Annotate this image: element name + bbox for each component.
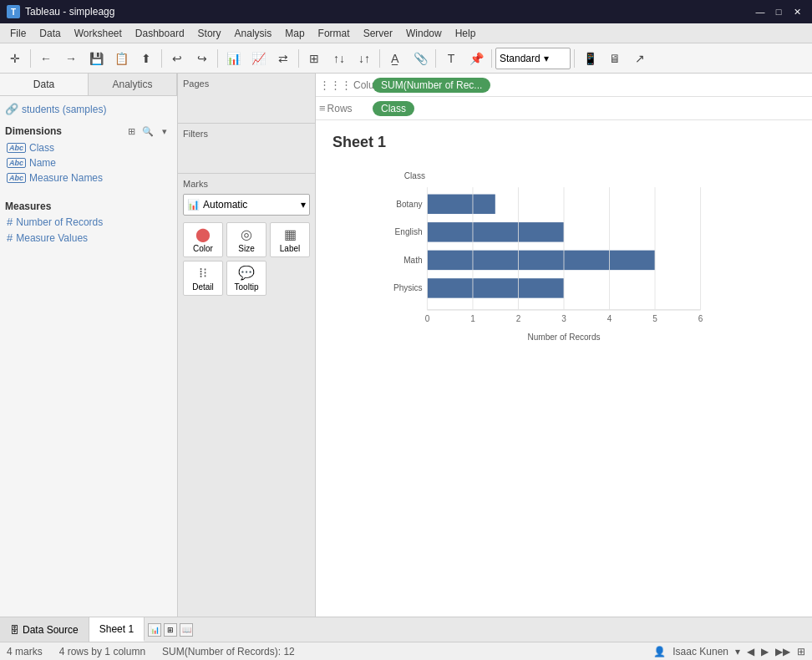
pages-shelf: Pages bbox=[178, 74, 315, 124]
nav-prev-icon[interactable]: ◀ bbox=[747, 646, 754, 657]
status-bar: 4 marks 4 rows by 1 column SUM(Number of… bbox=[0, 642, 812, 660]
user-icon: 👤 bbox=[653, 646, 666, 657]
toolbar-pin[interactable]: 📌 bbox=[464, 47, 488, 70]
menu-format[interactable]: Format bbox=[312, 26, 357, 41]
menu-dashboard[interactable]: Dashboard bbox=[129, 26, 191, 41]
dim-class[interactable]: Abc Class bbox=[3, 140, 174, 155]
app-icon: T bbox=[7, 5, 20, 18]
tooltip-label: Tooltip bbox=[235, 282, 259, 292]
tab-sheet1[interactable]: Sheet 1 bbox=[89, 617, 145, 642]
marks-detail-btn[interactable]: ⁞⁝ Detail bbox=[183, 261, 223, 296]
tick-4: 4 bbox=[607, 314, 612, 323]
bottom-tabs: 🗄 Data Source Sheet 1 📊 ⊞ 📖 bbox=[0, 617, 193, 642]
marks-size-btn[interactable]: ◎ Size bbox=[226, 222, 266, 257]
toolbar-publish[interactable]: ⬆ bbox=[134, 47, 158, 70]
menu-bar: File Data Worksheet Dashboard Story Anal… bbox=[0, 23, 812, 43]
maximize-button[interactable]: □ bbox=[770, 3, 787, 20]
dim-name[interactable]: Abc Name bbox=[3, 155, 174, 170]
hash-icon: # bbox=[7, 231, 13, 244]
close-button[interactable]: ✕ bbox=[789, 3, 805, 20]
columns-pill[interactable]: SUM(Number of Rec... bbox=[373, 78, 490, 93]
grid-view-icon[interactable]: ⊞ bbox=[797, 646, 805, 657]
toolbar-sep-2 bbox=[161, 49, 162, 68]
left-panel: Data Analytics 🔗 students (samples) Dime… bbox=[0, 74, 178, 617]
toolbar-view[interactable]: 📱 bbox=[578, 47, 601, 70]
rows-pill[interactable]: Class bbox=[373, 101, 414, 116]
add-story-icon[interactable]: 📖 bbox=[180, 623, 193, 637]
add-sheet-icon[interactable]: 📊 bbox=[148, 623, 161, 637]
measure-records[interactable]: # Number of Records bbox=[3, 214, 174, 230]
menu-window[interactable]: Window bbox=[399, 26, 449, 41]
title-bar: T Tableau - simpleagg — □ ✕ bbox=[0, 0, 812, 23]
toolbar-crosshair[interactable]: ✛ bbox=[3, 47, 27, 70]
tick-5: 5 bbox=[652, 314, 657, 323]
toolbar-forward[interactable]: → bbox=[59, 47, 83, 70]
abc-icon: Abc bbox=[7, 158, 26, 168]
menu-story[interactable]: Story bbox=[191, 26, 228, 41]
toolbar-sep-4 bbox=[298, 49, 299, 68]
toolbar-screen[interactable]: 🖥 bbox=[603, 47, 627, 70]
toolbar-grid[interactable]: ⊞ bbox=[302, 47, 326, 70]
menu-analysis[interactable]: Analysis bbox=[228, 26, 279, 41]
abc-icon: Abc bbox=[7, 143, 26, 153]
dimensions-grid-btn[interactable]: ⊞ bbox=[124, 124, 139, 139]
dimensions-menu-btn[interactable]: ▾ bbox=[157, 124, 172, 139]
window-title: Tableau - simpleagg bbox=[25, 6, 114, 18]
marks-type-dropdown[interactable]: 📊 Automatic ▾ bbox=[183, 194, 310, 216]
menu-map[interactable]: Map bbox=[278, 26, 311, 41]
bar-botany[interactable] bbox=[427, 195, 495, 214]
columns-shelf: ⋮⋮⋮ Columns SUM(Number of Rec... bbox=[316, 74, 812, 97]
detail-label: Detail bbox=[192, 282, 214, 292]
window-controls[interactable]: — □ ✕ bbox=[752, 3, 805, 20]
marks-tooltip-btn[interactable]: 💬 Tooltip bbox=[226, 261, 266, 296]
toolbar-text[interactable]: T bbox=[439, 47, 463, 70]
nav-next-icon[interactable]: ▶ bbox=[761, 646, 769, 657]
toolbar-redo[interactable]: ↪ bbox=[190, 47, 214, 70]
tab-data[interactable]: Data bbox=[0, 74, 89, 95]
toolbar-swap[interactable]: ⇄ bbox=[272, 47, 295, 70]
detail-icon: ⁞⁝ bbox=[199, 265, 207, 281]
toolbar-chart[interactable]: 📊 bbox=[221, 47, 245, 70]
tick-3: 3 bbox=[561, 314, 566, 323]
menu-file[interactable]: File bbox=[3, 26, 33, 41]
toolbar-sort-desc[interactable]: ↓↑ bbox=[353, 47, 376, 70]
toolbar-sep-7 bbox=[491, 49, 492, 68]
toolbar-undo[interactable]: ↩ bbox=[165, 47, 189, 70]
x-axis-label: Number of Records bbox=[527, 333, 600, 342]
nav-end-icon[interactable]: ▶▶ bbox=[775, 646, 790, 657]
marks-color-btn[interactable]: ⬤ Color bbox=[183, 222, 223, 257]
dimensions-header: Dimensions ⊞ 🔍 ▾ bbox=[3, 119, 174, 140]
measure-values[interactable]: # Measure Values bbox=[3, 230, 174, 246]
toolbar-share[interactable]: ↗ bbox=[628, 47, 652, 70]
bar-math[interactable] bbox=[427, 251, 655, 270]
data-source-item[interactable]: 🔗 students (samples) bbox=[3, 99, 174, 119]
toolbar-save-alt[interactable]: 📋 bbox=[109, 47, 133, 70]
minimize-button[interactable]: — bbox=[752, 3, 769, 20]
toolbar-back[interactable]: ← bbox=[34, 47, 58, 70]
menu-server[interactable]: Server bbox=[357, 26, 399, 41]
toolbar-standard-dropdown[interactable]: Standard ▾ bbox=[495, 48, 571, 69]
user-dropdown-icon[interactable]: ▾ bbox=[735, 646, 740, 657]
bar-english[interactable] bbox=[427, 222, 564, 241]
marks-label: Marks bbox=[183, 179, 310, 189]
pages-label: Pages bbox=[183, 79, 310, 89]
toolbar-sort-asc[interactable]: ↑↓ bbox=[327, 47, 351, 70]
toolbar-chart2[interactable]: 📈 bbox=[246, 47, 270, 70]
menu-data[interactable]: Data bbox=[33, 26, 67, 41]
dim-measure-names[interactable]: Abc Measure Names bbox=[3, 170, 174, 185]
bar-physics[interactable] bbox=[427, 278, 564, 297]
add-dashboard-icon[interactable]: ⊞ bbox=[164, 623, 177, 637]
status-rows: 4 rows by 1 column bbox=[59, 646, 145, 657]
marks-label-btn[interactable]: ▦ Label bbox=[270, 222, 310, 257]
y-axis-header: Class bbox=[404, 171, 425, 180]
menu-worksheet[interactable]: Worksheet bbox=[68, 26, 129, 41]
tab-analytics[interactable]: Analytics bbox=[89, 74, 177, 95]
toolbar-save[interactable]: 💾 bbox=[84, 47, 108, 70]
dimensions-search-btn[interactable]: 🔍 bbox=[140, 124, 155, 139]
middle-panel: Pages Filters Marks 📊 Automatic ▾ ⬤ Colo… bbox=[178, 74, 316, 617]
menu-help[interactable]: Help bbox=[449, 26, 483, 41]
toolbar-attach[interactable]: 📎 bbox=[409, 47, 432, 70]
tab-datasource[interactable]: 🗄 Data Source bbox=[0, 617, 89, 642]
toolbar-color[interactable]: A̲ bbox=[383, 47, 407, 70]
toolbar-sep-6 bbox=[435, 49, 436, 68]
